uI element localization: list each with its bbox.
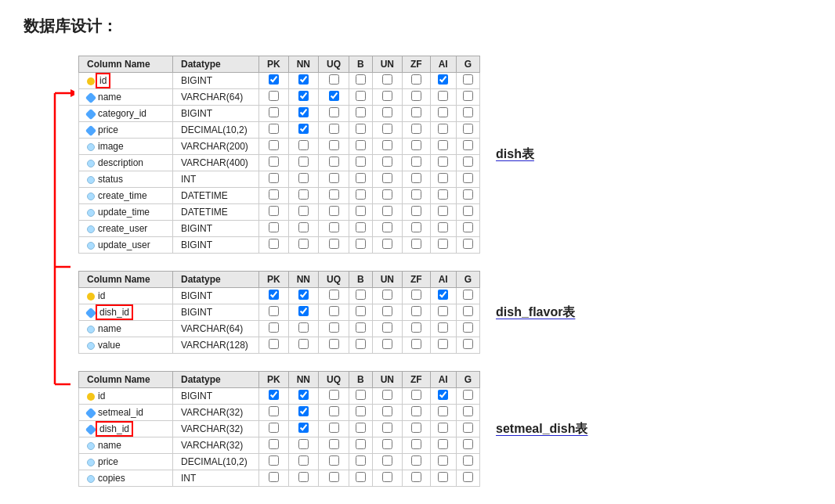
checkbox[interactable]: [382, 157, 392, 167]
col-b-cell[interactable]: [349, 321, 373, 337]
checkbox[interactable]: [298, 239, 309, 249]
col-b-cell[interactable]: [349, 188, 373, 204]
col-nn-cell[interactable]: [288, 237, 318, 254]
col-uq-cell[interactable]: [319, 288, 349, 304]
checkbox[interactable]: [382, 107, 392, 117]
col-ai-cell[interactable]: [430, 288, 456, 304]
col-un-cell[interactable]: [372, 405, 402, 421]
checkbox[interactable]: [298, 406, 309, 416]
col-b-cell[interactable]: [349, 106, 373, 122]
checkbox[interactable]: [382, 455, 392, 466]
col-nn-cell[interactable]: [288, 437, 318, 454]
checkbox[interactable]: [298, 439, 309, 449]
checkbox[interactable]: [269, 322, 279, 333]
checkbox[interactable]: [411, 74, 421, 85]
col-ai-cell[interactable]: [430, 421, 456, 437]
col-g-cell[interactable]: [456, 171, 479, 188]
checkbox[interactable]: [382, 173, 392, 183]
checkbox[interactable]: [356, 290, 366, 300]
checkbox[interactable]: [463, 157, 473, 167]
checkbox[interactable]: [382, 322, 392, 333]
col-nn-cell[interactable]: [288, 337, 318, 354]
col-nn-cell[interactable]: [288, 470, 318, 487]
col-nn-cell[interactable]: [288, 304, 318, 321]
col-pk-cell[interactable]: [259, 388, 289, 405]
checkbox[interactable]: [269, 222, 279, 232]
checkbox[interactable]: [356, 206, 366, 216]
col-g-cell[interactable]: [456, 470, 479, 487]
checkbox[interactable]: [382, 189, 392, 200]
checkbox[interactable]: [382, 222, 392, 232]
col-ai-cell[interactable]: [430, 470, 456, 487]
col-b-cell[interactable]: [349, 204, 373, 221]
col-uq-cell[interactable]: [319, 421, 349, 437]
checkbox[interactable]: [298, 206, 309, 216]
col-zf-cell[interactable]: [403, 155, 431, 171]
checkbox[interactable]: [269, 306, 279, 316]
col-un-cell[interactable]: [372, 388, 402, 405]
checkbox[interactable]: [438, 455, 448, 466]
col-un-cell[interactable]: [372, 73, 402, 89]
col-b-cell[interactable]: [349, 421, 373, 437]
checkbox[interactable]: [463, 472, 473, 482]
col-pk-cell[interactable]: [259, 204, 289, 221]
col-uq-cell[interactable]: [319, 139, 349, 155]
checkbox[interactable]: [382, 439, 392, 449]
checkbox[interactable]: [356, 157, 366, 167]
col-pk-cell[interactable]: [259, 405, 289, 421]
col-g-cell[interactable]: [456, 388, 479, 405]
checkbox[interactable]: [411, 472, 421, 482]
checkbox[interactable]: [269, 472, 279, 482]
checkbox[interactable]: [329, 222, 339, 232]
col-uq-cell[interactable]: [319, 122, 349, 139]
col-pk-cell[interactable]: [259, 421, 289, 437]
checkbox[interactable]: [298, 74, 309, 85]
checkbox[interactable]: [356, 339, 366, 349]
col-un-cell[interactable]: [372, 188, 402, 204]
checkbox[interactable]: [356, 423, 366, 433]
checkbox[interactable]: [329, 189, 339, 200]
checkbox[interactable]: [438, 107, 448, 117]
checkbox[interactable]: [269, 439, 279, 449]
checkbox[interactable]: [411, 455, 421, 466]
col-pk-cell[interactable]: [259, 221, 289, 237]
checkbox[interactable]: [298, 472, 309, 482]
col-b-cell[interactable]: [349, 470, 373, 487]
col-uq-cell[interactable]: [319, 188, 349, 204]
col-ai-cell[interactable]: [430, 454, 456, 470]
checkbox[interactable]: [269, 206, 279, 216]
col-b-cell[interactable]: [349, 155, 373, 171]
checkbox[interactable]: [298, 222, 309, 232]
checkbox[interactable]: [269, 140, 279, 150]
checkbox[interactable]: [463, 189, 473, 200]
col-b-cell[interactable]: [349, 139, 373, 155]
checkbox[interactable]: [356, 91, 366, 101]
checkbox[interactable]: [382, 390, 392, 400]
col-ai-cell[interactable]: [430, 321, 456, 337]
col-ai-cell[interactable]: [430, 188, 456, 204]
col-pk-cell[interactable]: [259, 304, 289, 321]
col-nn-cell[interactable]: [288, 73, 318, 89]
checkbox[interactable]: [382, 124, 392, 134]
col-nn-cell[interactable]: [288, 221, 318, 237]
checkbox[interactable]: [269, 173, 279, 183]
col-nn-cell[interactable]: [288, 106, 318, 122]
col-un-cell[interactable]: [372, 437, 402, 454]
col-g-cell[interactable]: [456, 188, 479, 204]
col-zf-cell[interactable]: [403, 171, 431, 188]
col-pk-cell[interactable]: [259, 470, 289, 487]
checkbox[interactable]: [411, 222, 421, 232]
checkbox[interactable]: [298, 423, 309, 433]
checkbox[interactable]: [329, 206, 339, 216]
checkbox[interactable]: [382, 239, 392, 249]
checkbox[interactable]: [411, 423, 421, 433]
checkbox[interactable]: [463, 455, 473, 466]
checkbox[interactable]: [411, 91, 421, 101]
checkbox[interactable]: [463, 390, 473, 400]
checkbox[interactable]: [269, 124, 279, 134]
col-nn-cell[interactable]: [288, 321, 318, 337]
col-ai-cell[interactable]: [430, 139, 456, 155]
col-g-cell[interactable]: [456, 454, 479, 470]
checkbox[interactable]: [463, 339, 473, 349]
col-b-cell[interactable]: [349, 171, 373, 188]
